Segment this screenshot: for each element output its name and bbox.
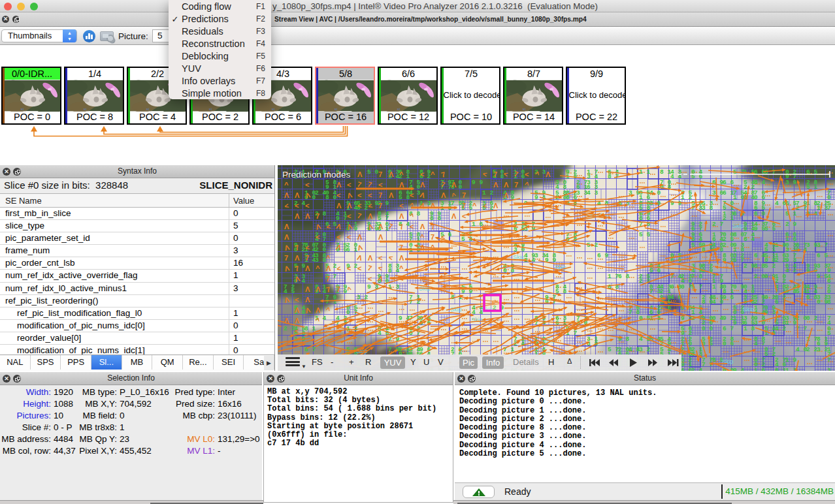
svg-text:5 0: 5 0 bbox=[367, 168, 378, 176]
svg-text:^: ^ bbox=[431, 244, 435, 251]
svg-text:1 0: 1 0 bbox=[733, 194, 744, 201]
svg-text:Λ: Λ bbox=[420, 244, 425, 251]
svg-text:Λ: Λ bbox=[504, 181, 509, 189]
svg-text:5 4: 5 4 bbox=[461, 236, 472, 243]
svg-text:5 2: 5 2 bbox=[764, 351, 776, 358]
svg-text:Λ: Λ bbox=[493, 202, 499, 210]
svg-text:6 1: 6 1 bbox=[723, 189, 734, 197]
svg-text:8 4: 8 4 bbox=[388, 267, 399, 274]
svg-text:4 7: 4 7 bbox=[754, 340, 765, 347]
svg-text:Λ: Λ bbox=[357, 170, 363, 178]
svg-text:<: < bbox=[347, 212, 351, 220]
svg-text:7: 7 bbox=[378, 170, 382, 178]
svg-text:Λ: Λ bbox=[546, 170, 551, 178]
svg-text:7 5: 7 5 bbox=[451, 200, 462, 207]
svg-text:1 9: 1 9 bbox=[785, 319, 796, 326]
svg-text:8 0: 8 0 bbox=[733, 231, 744, 238]
svg-text:3 8: 3 8 bbox=[315, 257, 326, 264]
svg-text:<: < bbox=[305, 202, 309, 210]
svg-text:Λ: Λ bbox=[305, 212, 310, 220]
svg-text:<: < bbox=[347, 233, 351, 241]
svg-text:7: 7 bbox=[399, 244, 403, 251]
svg-text:0 6: 0 6 bbox=[723, 340, 734, 347]
svg-text:4 5: 4 5 bbox=[284, 288, 295, 295]
svg-text:Λ: Λ bbox=[284, 223, 289, 230]
svg-text:1 9: 1 9 bbox=[785, 356, 796, 364]
svg-text:Λ: Λ bbox=[347, 202, 352, 210]
svg-text:<: < bbox=[525, 170, 529, 178]
svg-text:9 9: 9 9 bbox=[472, 179, 483, 186]
svg-text:6 5: 6 5 bbox=[817, 252, 828, 259]
svg-text:^: ^ bbox=[399, 264, 404, 272]
svg-text:Λ: Λ bbox=[451, 181, 457, 189]
svg-text:Λ: Λ bbox=[295, 212, 300, 220]
svg-text:7: 7 bbox=[462, 202, 466, 210]
svg-text:Λ: Λ bbox=[295, 306, 300, 314]
svg-text:0 3: 0 3 bbox=[670, 283, 681, 291]
svg-text:8 8: 8 8 bbox=[430, 215, 441, 222]
svg-text:Λ: Λ bbox=[284, 233, 289, 241]
svg-text:9 6: 9 6 bbox=[723, 294, 734, 301]
svg-text:Λ: Λ bbox=[336, 202, 342, 210]
svg-text:Λ: Λ bbox=[451, 212, 457, 220]
svg-text:6 4: 6 4 bbox=[744, 236, 755, 243]
svg-text:8 1: 8 1 bbox=[660, 168, 671, 176]
svg-text:5 5: 5 5 bbox=[639, 231, 650, 238]
svg-text:Λ: Λ bbox=[326, 264, 331, 272]
svg-text:Λ: Λ bbox=[284, 191, 289, 199]
svg-text:^: ^ bbox=[431, 170, 435, 178]
svg-text:Λ: Λ bbox=[305, 264, 310, 272]
svg-text:6 6: 6 6 bbox=[723, 179, 734, 186]
svg-text:<: < bbox=[368, 191, 372, 199]
svg-text:Λ: Λ bbox=[368, 254, 373, 262]
svg-text:0 5: 0 5 bbox=[639, 315, 650, 322]
svg-text:Λ: Λ bbox=[399, 254, 404, 262]
svg-text:6 7: 6 7 bbox=[723, 325, 734, 332]
svg-text:Λ: Λ bbox=[295, 254, 300, 262]
svg-text:st: st bbox=[271, 107, 274, 111]
svg-text:Skip: Skip bbox=[732, 223, 744, 229]
svg-text:5 6: 5 6 bbox=[649, 267, 661, 274]
svg-text:3 4: 3 4 bbox=[827, 367, 835, 371]
svg-text:Λ: Λ bbox=[305, 285, 310, 293]
svg-text:1 6: 1 6 bbox=[472, 221, 483, 228]
svg-text:Λ: Λ bbox=[295, 317, 300, 324]
svg-text:<: < bbox=[441, 233, 445, 241]
svg-text:<: < bbox=[410, 191, 414, 199]
svg-text:7: 7 bbox=[462, 191, 466, 199]
svg-text:1 8: 1 8 bbox=[744, 325, 755, 332]
svg-text:3 9: 3 9 bbox=[785, 179, 796, 186]
svg-text:st: st bbox=[397, 107, 400, 111]
svg-text:9 7: 9 7 bbox=[336, 215, 347, 222]
svg-text:8 8: 8 8 bbox=[754, 262, 765, 270]
svg-text:0 0: 0 0 bbox=[702, 325, 713, 332]
svg-text:3 2: 3 2 bbox=[817, 346, 828, 353]
svg-text:<: < bbox=[347, 181, 351, 189]
svg-text:1 2: 1 2 bbox=[681, 194, 692, 201]
svg-text:8 9: 8 9 bbox=[827, 298, 835, 306]
svg-text:Skip: Skip bbox=[743, 306, 755, 313]
svg-text:<: < bbox=[357, 264, 361, 272]
svg-text:st: st bbox=[20, 107, 24, 111]
svg-text:Λ: Λ bbox=[368, 212, 373, 220]
svg-text:st: st bbox=[334, 107, 337, 111]
svg-text:Λ: Λ bbox=[389, 170, 394, 178]
svg-text:Λ: Λ bbox=[389, 191, 394, 199]
svg-text:Λ: Λ bbox=[357, 233, 363, 241]
svg-text:2 2: 2 2 bbox=[806, 346, 817, 353]
svg-text:<: < bbox=[305, 181, 309, 189]
svg-text:2 7: 2 7 bbox=[712, 221, 723, 228]
svg-text:5 4: 5 4 bbox=[796, 288, 807, 295]
svg-text:^: ^ bbox=[284, 181, 289, 189]
svg-text:Λ: Λ bbox=[378, 223, 384, 230]
svg-text:3 9: 3 9 bbox=[806, 242, 817, 249]
svg-text:<: < bbox=[420, 170, 424, 178]
svg-text:<: < bbox=[316, 233, 319, 241]
svg-text:3 2: 3 2 bbox=[639, 346, 650, 353]
svg-text:9 3: 9 3 bbox=[764, 309, 776, 316]
svg-text:6 8: 6 8 bbox=[806, 294, 817, 301]
svg-text:Λ: Λ bbox=[420, 181, 425, 189]
svg-text:1 8: 1 8 bbox=[712, 283, 723, 291]
svg-text:3 7: 3 7 bbox=[817, 242, 828, 249]
svg-text:9 3: 9 3 bbox=[733, 319, 744, 326]
